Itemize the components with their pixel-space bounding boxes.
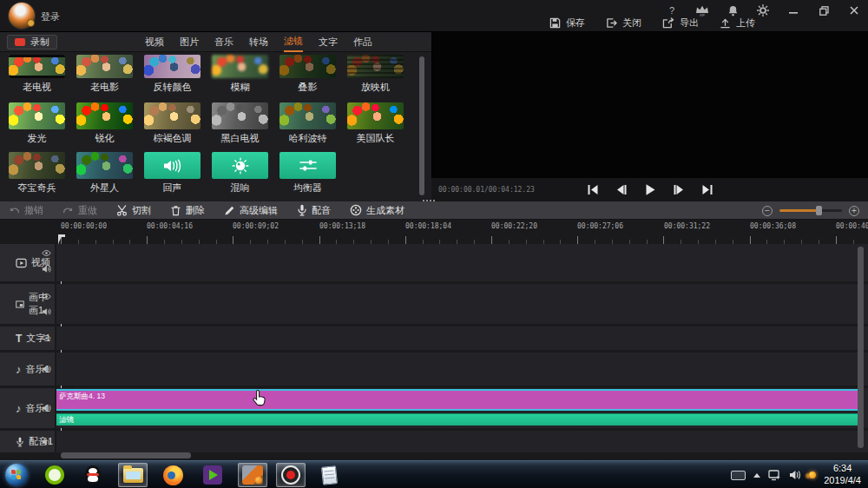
tab-filter[interactable]: 滤镜 bbox=[284, 32, 303, 52]
track-visibility-toggle[interactable] bbox=[42, 249, 51, 257]
music-note-icon: ♪ bbox=[16, 363, 22, 376]
track-mute-toggle[interactable] bbox=[42, 404, 51, 412]
playhead-handle[interactable] bbox=[58, 236, 65, 244]
filter-item-alien[interactable]: 外星人 bbox=[76, 152, 133, 195]
filter-item-captain[interactable]: 美国队长 bbox=[347, 102, 404, 145]
track-header-text1: T 文字1 bbox=[0, 326, 55, 350]
taskbar-clock[interactable]: 6:34 2019/4/4 bbox=[824, 463, 861, 487]
filter-item-oldtv[interactable]: 老电视 bbox=[9, 55, 65, 94]
video-track-icon bbox=[16, 258, 27, 268]
filter-item-glow[interactable]: 发光 bbox=[9, 102, 65, 145]
settings-gear-icon[interactable] bbox=[756, 4, 770, 16]
close-window-button[interactable] bbox=[847, 4, 861, 16]
microphone-icon bbox=[297, 204, 307, 216]
lane-text1[interactable] bbox=[56, 326, 868, 350]
tab-music[interactable]: 音乐 bbox=[214, 33, 233, 51]
cut-button[interactable]: 切割 bbox=[116, 204, 151, 217]
timeline-zoom-slider[interactable] bbox=[779, 209, 842, 212]
save-button[interactable]: 保存 bbox=[549, 16, 585, 30]
tab-works[interactable]: 作品 bbox=[353, 33, 372, 51]
lane-video[interactable] bbox=[56, 244, 868, 281]
notification-tray-icon[interactable] bbox=[809, 472, 816, 478]
redo-button[interactable]: 重做 bbox=[62, 204, 97, 217]
lane-voiceover1[interactable] bbox=[56, 431, 868, 452]
timeline-ruler[interactable]: 00:00:00;00 00:00:04;16 00:00:09;02 00:0… bbox=[56, 220, 868, 244]
tab-image[interactable]: 图片 bbox=[180, 33, 199, 51]
timeline-zoom-out-button[interactable]: − bbox=[762, 206, 773, 216]
dub-button[interactable]: 配音 bbox=[297, 204, 331, 217]
music-clip[interactable]: 萨克斯曲4. 13 bbox=[56, 389, 858, 411]
ruler-label: 00:00:18;04 bbox=[405, 222, 451, 230]
undo-button[interactable]: 撤销 bbox=[9, 204, 43, 217]
audio-effect-equalizer[interactable]: 均衡器 bbox=[279, 152, 336, 195]
screen-recorder-icon bbox=[281, 465, 300, 485]
taskbar-firefox[interactable] bbox=[158, 463, 187, 487]
filter-item-invert[interactable]: 反转颜色 bbox=[144, 55, 201, 94]
previous-frame-button[interactable] bbox=[614, 182, 629, 198]
next-frame-button[interactable] bbox=[671, 182, 687, 198]
taskbar-qq[interactable] bbox=[78, 463, 108, 487]
track-mute-toggle[interactable] bbox=[42, 265, 51, 274]
taskbar-media-player[interactable] bbox=[198, 463, 227, 487]
tray-expand-arrow-icon[interactable] bbox=[753, 473, 760, 478]
lane-music1[interactable] bbox=[56, 353, 868, 386]
tab-text[interactable]: 文字 bbox=[319, 33, 338, 51]
track-mute-toggle[interactable] bbox=[42, 365, 51, 373]
login-link[interactable]: 登录 bbox=[41, 10, 60, 23]
audio-effect-reverb[interactable]: 混响 bbox=[212, 152, 268, 195]
record-button[interactable]: 录制 bbox=[7, 35, 57, 49]
generate-material-button[interactable]: 生成素材 bbox=[350, 204, 404, 217]
filter-item-indiana[interactable]: 夺宝奇兵 bbox=[9, 152, 65, 195]
filter-item-projector[interactable]: 放映机 bbox=[347, 55, 404, 94]
filter-item-sharpen[interactable]: 锐化 bbox=[76, 102, 133, 145]
reverb-knob-icon bbox=[212, 152, 268, 179]
restore-button[interactable] bbox=[817, 4, 831, 16]
save-floppy-icon bbox=[549, 17, 561, 29]
delete-button[interactable]: 删除 bbox=[170, 204, 205, 217]
lane-pip1[interactable] bbox=[56, 284, 868, 324]
filter-panel-scrollbar[interactable] bbox=[419, 56, 424, 195]
filter-thumbnail bbox=[76, 152, 133, 179]
taskbar-notepad[interactable] bbox=[314, 463, 344, 487]
skip-to-end-button[interactable] bbox=[700, 182, 715, 198]
media-player-icon bbox=[203, 465, 222, 485]
display-tray-icon[interactable] bbox=[768, 470, 781, 481]
filter-thumbnail bbox=[347, 55, 404, 78]
zoom-slider-handle[interactable] bbox=[816, 206, 822, 215]
tab-video[interactable]: 视频 bbox=[145, 33, 164, 51]
upload-button[interactable]: 上传 bbox=[720, 16, 755, 30]
track-mute-toggle[interactable] bbox=[42, 307, 51, 316]
close-project-button[interactable]: 关闭 bbox=[606, 16, 641, 30]
effect-clip[interactable]: 滤镜 bbox=[56, 413, 858, 425]
filter-item-sepia[interactable]: 棕褐色调 bbox=[144, 102, 201, 145]
taskbar-video-editor[interactable] bbox=[238, 463, 267, 487]
filter-item-potter[interactable]: 哈利波特 bbox=[279, 102, 336, 145]
track-visibility-toggle[interactable] bbox=[42, 334, 51, 342]
start-button[interactable] bbox=[2, 463, 31, 487]
track-visibility-toggle[interactable] bbox=[42, 293, 51, 300]
export-button[interactable]: 导出 bbox=[662, 16, 699, 30]
timeline-zoom-in-button[interactable]: + bbox=[849, 206, 859, 216]
timeline-vertical-scrollbar[interactable] bbox=[858, 247, 864, 448]
media-tabbar: 录制 视频 图片 音乐 转场 滤镜 文字 作品 bbox=[0, 32, 431, 52]
volume-tray-icon[interactable] bbox=[789, 470, 801, 480]
track-mute-toggle[interactable] bbox=[42, 438, 51, 446]
play-button[interactable] bbox=[642, 182, 658, 198]
ruler-label: 00:00:40;24 bbox=[836, 222, 868, 230]
filter-item-oldfilm[interactable]: 老电影 bbox=[76, 55, 133, 94]
timeline-horizontal-scrollbar[interactable] bbox=[61, 452, 191, 458]
minimize-button[interactable] bbox=[786, 4, 800, 16]
audio-effect-echo[interactable]: 回声 bbox=[144, 152, 201, 195]
taskbar-explorer[interactable] bbox=[118, 463, 148, 487]
input-language-icon[interactable] bbox=[731, 471, 746, 480]
tab-transition[interactable]: 转场 bbox=[249, 33, 268, 51]
ruler-label: 00:00:00;00 bbox=[61, 222, 107, 230]
filter-item-bwtv[interactable]: 黑白电视 bbox=[212, 102, 268, 145]
skip-to-start-button[interactable] bbox=[585, 182, 601, 198]
taskbar-browser-360[interactable] bbox=[40, 463, 69, 487]
filter-item-ghost[interactable]: 叠影 bbox=[279, 55, 336, 94]
filter-item-blur[interactable]: 模糊 bbox=[212, 55, 268, 94]
track-header-video: 视频 bbox=[0, 244, 55, 281]
taskbar-screen-recorder[interactable] bbox=[276, 463, 306, 487]
advanced-edit-button[interactable]: 高级编辑 bbox=[224, 204, 278, 217]
